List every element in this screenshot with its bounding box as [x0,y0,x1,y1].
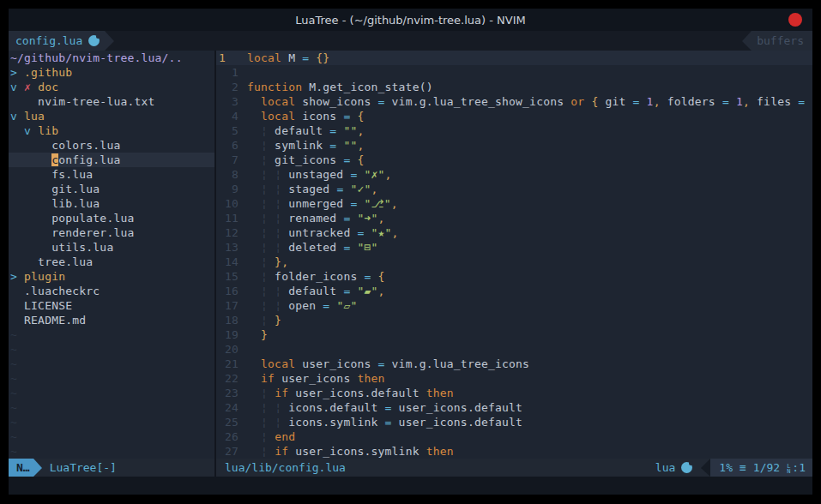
code-line[interactable]: 21 local user_icons = vim.g.lua_tree_ico… [216,357,812,371]
token-num: 1 [729,95,743,108]
tree-row[interactable]: utils.lua [9,240,214,255]
code-line[interactable]: 16 ¦ ¦ default = "▰", [216,284,812,298]
tree-row[interactable]: v lua [9,109,214,123]
code-line[interactable]: 23 ¦ if user_icons.default then [216,386,812,400]
tree-row[interactable]: v lib [9,123,214,138]
line-number: 15 [216,269,238,284]
tree-row[interactable]: v ✗ doc [9,80,214,94]
tree-row-selected[interactable]: config.lua [9,153,214,167]
code-text: if user_icons then [238,371,385,386]
token-plain [17,270,24,283]
token-fg: user_icons.symlink [288,445,426,458]
line-number: 19 [216,327,238,342]
tree-row[interactable]: ~ [9,415,214,429]
code-line[interactable]: 15 ¦ folder_icons = { [216,269,812,284]
code-line[interactable]: 11 ¦ ¦ renamed = "➜", [216,211,812,225]
tree-row[interactable]: ~ [9,444,214,459]
tree-row[interactable]: > .github [9,65,214,80]
tree-row[interactable]: ~ [9,400,214,415]
code-line[interactable]: 18 ¦ } [216,313,812,327]
lines-icon: ≡ [740,461,746,474]
token-kw: function [247,81,302,93]
tree-row[interactable]: renderer.lua [9,225,214,240]
statusline: N… LuaTree[-] lua/lib/config.lua lua 1% … [9,459,812,477]
token-plain [10,168,51,181]
tree-row[interactable]: LICENSE [9,298,214,313]
token-op: = [378,95,385,108]
buffers-label[interactable]: buffers [752,31,812,51]
tree-row[interactable]: ~ [9,357,214,371]
token-file: lib.lua [51,197,100,210]
tree-row[interactable]: ~/github/nvim-tree.lua/.. [9,51,214,65]
tree-row[interactable]: nvim-tree-lua.txt [9,94,214,109]
token-kw: if [275,445,288,458]
lua-moon-icon [88,35,100,46]
token-file: colors.lua [51,139,120,152]
code-line[interactable]: 1 [216,65,812,80]
code-line[interactable]: 12 ¦ ¦ untracked = "★", [216,225,812,240]
token-fg [247,197,261,210]
close-button[interactable] [788,13,802,27]
line-number: 23 [216,386,238,400]
tree-row[interactable]: lib.lua [9,196,214,211]
tree-row[interactable]: ~ [9,386,214,400]
code-line[interactable]: 10 ¦ ¦ unmerged = "⎇", [216,196,812,211]
token-fg: M.get_icon_state() [302,81,433,93]
scroll-percent: 1% [719,461,733,474]
token-plain [10,285,24,297]
code-line[interactable]: 6 ¦ symlink = "", [216,138,812,153]
tree-row[interactable]: ~ [9,327,214,342]
code-line[interactable]: 24 ¦ ¦ icons.default = user_icons.defaul… [216,400,812,415]
titlebar[interactable]: LuaTree - (~/github/nvim-tree.lua) - NVI… [9,9,812,31]
line-number: 12 [216,225,238,240]
tree-row[interactable]: colors.lua [9,138,214,153]
code-text: ¦ ¦ default = "▰", [238,284,385,298]
code-text [238,342,247,357]
token-kw: local [261,357,295,370]
token-pu: , [357,124,364,137]
line-number: 1 [216,65,238,80]
lua-moon-icon [681,462,692,473]
code-line[interactable]: 20 [216,342,812,357]
command-line[interactable] [9,477,812,495]
file-tree[interactable]: ~/github/nvim-tree.lua/..> .githubv ✗ do… [9,51,214,459]
code-line[interactable]: 2function M.get_icon_state() [216,80,812,94]
tree-row[interactable]: ~ [9,371,214,386]
powerline-arrow-icon [105,31,114,51]
code-line[interactable]: 9 ¦ ¦ staged = "✓", [216,182,812,196]
token-pu: , [654,95,661,108]
tree-row[interactable]: populate.lua [9,211,214,225]
code-line[interactable]: 4 local icons = { [216,109,812,123]
tree-row[interactable]: ~ [9,342,214,357]
tree-row[interactable]: README.md [9,313,214,327]
token-guide: ¦ [261,445,268,458]
tree-row[interactable]: ~ [9,429,214,444]
code-line[interactable]: 14 ¦ }, [216,255,812,269]
tree-row[interactable]: fs.lua [9,167,214,182]
tree-row[interactable]: git.lua [9,182,214,196]
code-text: ¦ if user_icons.default then [238,386,454,400]
statusline-spacer [346,459,655,477]
token-str: "⎇" [357,197,390,210]
code-line[interactable]: 27 ¦ if user_icons.symlink then [216,444,812,459]
tree-row[interactable]: .luacheckrc [9,284,214,298]
code-line[interactable]: 26 ¦ end [216,429,812,444]
tab-config-lua[interactable]: config.lua [9,31,105,51]
code-line[interactable]: 8 ¦ ¦ unstaged = "✗", [216,167,812,182]
code-line[interactable]: 5 ¦ default = "", [216,123,812,138]
code-line[interactable]: 19 } [216,327,812,342]
code-line[interactable]: 13 ¦ ¦ deleted = "⊟" [216,240,812,255]
token-pu: , [391,197,398,210]
main-area: ~/github/nvim-tree.lua/..> .githubv ✗ do… [9,51,812,459]
code-line[interactable]: 1local M = {} [216,51,812,65]
code-line[interactable]: 22 if user_icons then [216,371,812,386]
code-line[interactable]: 25 ¦ ¦ icons.symlink = user_icons.defaul… [216,415,812,429]
code-line[interactable]: 3 local show_icons = vim.g.lua_tree_show… [216,94,812,109]
code-text: ¦ ¦ open = "▱" [238,298,357,313]
code-line[interactable]: 17 ¦ ¦ open = "▱" [216,298,812,313]
code-editor[interactable]: 1local M = {}12function M.get_icon_state… [216,51,812,459]
tree-row[interactable]: > plugin [9,269,214,284]
tree-row[interactable]: tree.lua [9,255,214,269]
code-line[interactable]: 7 ¦ git_icons = { [216,153,812,167]
tabline-spacer [114,31,742,51]
